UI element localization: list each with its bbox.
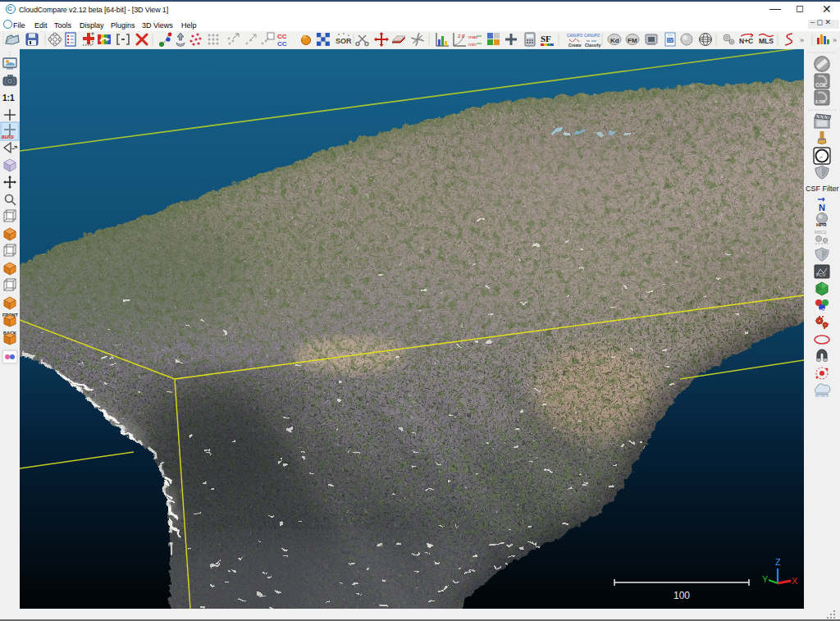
svg-text:CSF Filter: CSF Filter xyxy=(806,185,839,193)
svg-text:2.5D: 2.5D xyxy=(815,99,826,104)
svg-text:max: max xyxy=(468,34,477,39)
svg-text:Kd: Kd xyxy=(610,37,619,44)
svg-text:»: » xyxy=(800,36,804,44)
svg-text:SOR: SOR xyxy=(336,37,352,45)
svg-text:min: min xyxy=(468,42,477,47)
svg-text:CC: CC xyxy=(277,33,287,40)
svg-text:CC: CC xyxy=(277,40,287,48)
svg-text:CANUPO: CANUPO xyxy=(567,34,583,38)
svg-text:X: X xyxy=(792,576,798,586)
svg-text:N: N xyxy=(819,203,825,212)
svg-text:Classify: Classify xyxy=(585,43,600,48)
svg-text:Create: Create xyxy=(568,43,582,48)
svg-text:100: 100 xyxy=(673,590,690,601)
svg-text:SF: SF xyxy=(541,34,551,43)
svg-text:1:1: 1:1 xyxy=(2,94,15,103)
svg-text:Z: Z xyxy=(775,557,781,567)
svg-text:N+C: N+C xyxy=(739,37,753,45)
svg-text:Y: Y xyxy=(762,574,769,584)
svg-text:»: » xyxy=(833,36,837,44)
svg-text:M3C2: M3C2 xyxy=(815,230,827,235)
svg-text:CV: CV xyxy=(668,38,674,43)
svg-text:COL: COL xyxy=(815,82,827,88)
svg-text:FM: FM xyxy=(628,37,637,44)
svg-text:HPR: HPR xyxy=(816,222,827,227)
svg-text:PCV: PCV xyxy=(816,272,826,277)
svg-text:R●D: R●D xyxy=(816,308,825,313)
svg-text:MLS: MLS xyxy=(759,37,774,45)
svg-text:auto: auto xyxy=(2,134,14,139)
svg-text:CANUPO: CANUPO xyxy=(584,34,600,38)
svg-text:RANSAC: RANSAC xyxy=(816,394,830,398)
svg-text:2.0: 2.0 xyxy=(458,34,465,39)
